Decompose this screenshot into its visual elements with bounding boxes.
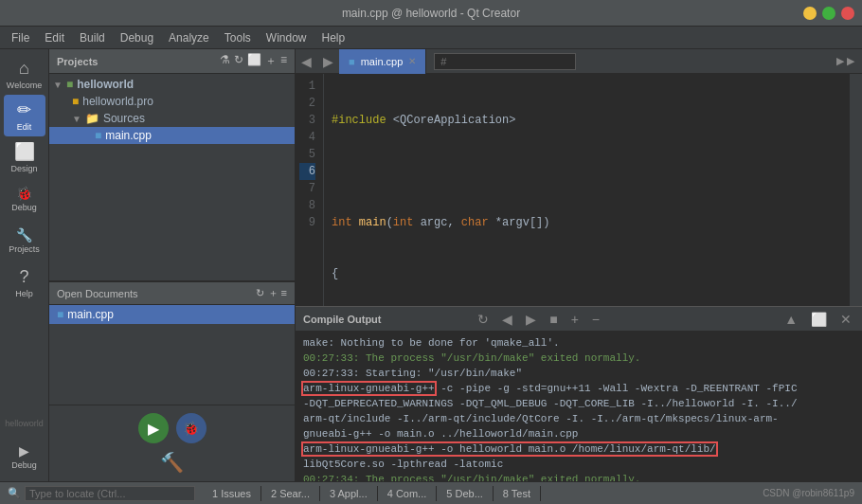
close-button[interactable] xyxy=(841,7,854,20)
compile-line-8: arm-linux-gnueabi-g++ -o helloworld main… xyxy=(303,441,854,457)
open-docs-list: ■ main.cpp xyxy=(49,305,295,405)
collapse-icon[interactable]: ⬜ xyxy=(247,53,261,69)
menu-build[interactable]: Build xyxy=(72,29,113,46)
pro-file-icon: ■ xyxy=(72,95,79,108)
tree-folder-sources[interactable]: ▼ 📁 Sources xyxy=(49,110,295,127)
sidebar-edit[interactable]: ✏ Edit xyxy=(4,95,45,136)
compile-back-btn[interactable]: ◀ xyxy=(499,312,515,327)
tree-file-pro[interactable]: ■ helloworld.pro xyxy=(49,93,295,110)
code-line-2 xyxy=(332,163,841,180)
run-button[interactable]: ▶ xyxy=(138,413,169,443)
design-icon: ⬜ xyxy=(14,141,35,162)
line-num-1: 1 xyxy=(299,78,315,95)
open-docs-header: Open Documents ↻ ＋ ≡ xyxy=(49,281,295,305)
status-tab-search[interactable]: 2 Sear... xyxy=(261,486,320,501)
line-num-2: 2 xyxy=(299,95,315,112)
sidebar-design[interactable]: ⬜ Design xyxy=(4,136,45,178)
sidebar-debug[interactable]: 🐞 Debug xyxy=(4,178,45,220)
sidebar-welcome[interactable]: ⌂ Welcome xyxy=(4,53,45,95)
tree-label-main-cpp: main.cpp xyxy=(105,129,152,142)
settings-docs-icon[interactable]: ≡ xyxy=(281,287,287,298)
compile-output: Compile Output ↻ ◀ ▶ ■ + − ▲ ⬜ ✕ make: N… xyxy=(296,306,862,481)
status-tab-issues[interactable]: 1 Issues xyxy=(203,486,261,501)
tree-label-sources: Sources xyxy=(103,112,145,125)
sidebar-projects[interactable]: 🔧 Projects xyxy=(4,220,45,261)
sidebar: ⌂ Welcome ✏ Edit ⬜ Design 🐞 Debug 🔧 Proj… xyxy=(0,49,49,481)
line-num-4: 4 xyxy=(299,129,315,146)
compile-minimize-btn[interactable]: ▲ xyxy=(781,312,800,327)
projects-icon: 🔧 xyxy=(16,227,32,243)
menu-tools[interactable]: Tools xyxy=(217,29,259,46)
menu-debug[interactable]: Debug xyxy=(113,29,161,46)
tab-close-main-cpp[interactable]: ✕ xyxy=(408,56,416,66)
compile-remove-btn[interactable]: − xyxy=(589,312,602,327)
sidebar-debug-bottom[interactable]: ▶ Debug xyxy=(4,436,45,477)
status-search: 🔍 xyxy=(8,486,195,501)
maximize-button[interactable] xyxy=(822,7,835,20)
tab-nav-forward[interactable]: ▶ xyxy=(317,54,339,69)
editor-tabs: ◀ ▶ ■ main.cpp ✕ ▶ ▶ xyxy=(296,49,862,74)
sidebar-design-label: Design xyxy=(10,164,37,173)
filter-icon[interactable]: ⚗ xyxy=(220,53,230,69)
editor: 1 2 3 4 5 6 7 8 9 #include <QCoreApplica… xyxy=(296,74,862,481)
status-tab-test[interactable]: 8 Test xyxy=(494,486,541,501)
menu-edit[interactable]: Edit xyxy=(37,29,72,46)
editor-scrollbar[interactable] xyxy=(849,74,862,306)
line-num-9: 9 xyxy=(299,214,315,231)
settings-icon[interactable]: ≡ xyxy=(280,53,287,69)
code-line-1: #include <QCoreApplication> xyxy=(332,112,841,129)
tab-nav-back[interactable]: ◀ xyxy=(296,54,317,69)
sidebar-help[interactable]: ? Help xyxy=(4,261,45,303)
code-area[interactable]: #include <QCoreApplication> int main(int… xyxy=(324,74,849,306)
compile-close-btn[interactable]: ✕ xyxy=(837,312,854,327)
menu-file[interactable]: File xyxy=(4,29,37,46)
status-tab-app[interactable]: 3 Appl... xyxy=(320,486,378,501)
menu-analyze[interactable]: Analyze xyxy=(161,29,217,46)
menu-help[interactable]: Help xyxy=(314,29,353,46)
search-input[interactable] xyxy=(434,53,576,70)
sidebar-debug-label: Debug xyxy=(11,203,37,212)
projects-panel-header: Projects ⚗ ↻ ⬜ ＋ ≡ xyxy=(49,49,295,74)
status-tab-debug[interactable]: 5 Deb... xyxy=(437,486,494,501)
compile-sync-btn[interactable]: ↻ xyxy=(475,312,492,327)
line-num-6: 6 xyxy=(299,163,315,180)
edit-icon: ✏ xyxy=(17,99,31,120)
compile-add-btn[interactable]: + xyxy=(568,312,582,327)
compile-line-1: make: Nothing to be done for 'qmake_all'… xyxy=(303,335,854,351)
code-line-3: int main(int argc, char *argv[]) xyxy=(332,214,841,231)
compile-stop-btn[interactable]: ■ xyxy=(547,312,560,327)
compile-fwd-btn[interactable]: ▶ xyxy=(523,312,539,327)
window-controls xyxy=(803,7,854,20)
tree-file-main-cpp[interactable]: ■ main.cpp xyxy=(49,127,295,144)
menu-window[interactable]: Window xyxy=(259,29,314,46)
main-area: ⌂ Welcome ✏ Edit ⬜ Design 🐞 Debug 🔧 Proj… xyxy=(0,49,862,481)
sync-docs-icon[interactable]: ↻ xyxy=(256,287,264,298)
tree-label-pro: helloworld.pro xyxy=(82,95,153,108)
line-num-7: 7 xyxy=(299,180,315,197)
doc-label-main-cpp: main.cpp xyxy=(67,308,114,321)
locate-input[interactable] xyxy=(25,486,195,501)
open-docs-title: Open Documents xyxy=(57,288,138,299)
doc-icon: ■ xyxy=(57,308,63,321)
compile-line-6: arm-qt/include -I../arm-qt/include/QtCor… xyxy=(303,411,854,426)
build-icon[interactable]: 🔨 xyxy=(160,451,184,474)
sidebar-help-label: Help xyxy=(15,289,33,298)
status-tab-compile[interactable]: 4 Com... xyxy=(378,486,438,501)
sync-icon[interactable]: ↻ xyxy=(234,53,243,69)
cpp-file-icon: ■ xyxy=(95,129,101,142)
compile-expand-btn[interactable]: ⬜ xyxy=(808,312,830,327)
sidebar-edit-label: Edit xyxy=(17,122,32,132)
help-icon: ? xyxy=(19,267,28,287)
right-area: ◀ ▶ ■ main.cpp ✕ ▶ ▶ 1 2 3 4 5 6 xyxy=(296,49,862,481)
expand-icon[interactable]: ＋ xyxy=(265,53,277,69)
tree-arrow-sources: ▼ xyxy=(72,114,81,124)
editor-tab-main-cpp[interactable]: ■ main.cpp ✕ xyxy=(339,49,426,74)
doc-item-main-cpp[interactable]: ■ main.cpp xyxy=(49,305,295,324)
sidebar-welcome-label: Welcome xyxy=(7,81,42,90)
compile-line-4: arm-linux-gnueabi-g++ -c -pipe -g -std=g… xyxy=(303,381,854,396)
debug-icon: 🐞 xyxy=(16,186,32,201)
minimize-button[interactable] xyxy=(803,7,817,20)
tree-project-helloworld[interactable]: ▼ ■ helloworld xyxy=(49,76,295,93)
debug-run-button[interactable]: 🐞 xyxy=(176,413,207,443)
expand-docs-icon[interactable]: ＋ xyxy=(268,287,278,298)
